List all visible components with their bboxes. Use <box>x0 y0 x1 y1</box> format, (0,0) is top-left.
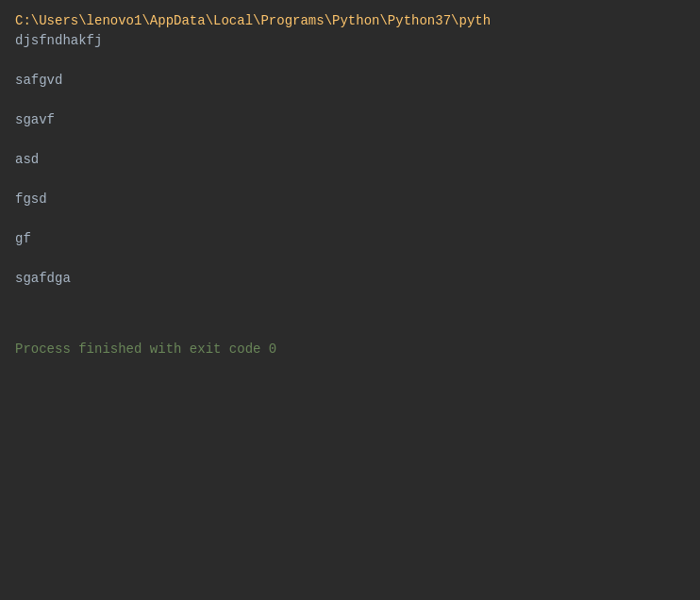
output-line-6: sgafdga <box>15 269 685 289</box>
empty-line-8 <box>15 308 685 328</box>
empty-line-3 <box>15 130 685 150</box>
output-line-4: fgsd <box>15 190 685 209</box>
empty-line-7 <box>15 289 685 308</box>
output-line-3: asd <box>15 150 685 170</box>
empty-line-1 <box>15 51 685 71</box>
output-line-1: safgvd <box>15 71 685 91</box>
output-line-2: sgavf <box>15 110 685 130</box>
output-line-5: gf <box>15 229 685 249</box>
empty-line-2 <box>15 91 685 110</box>
empty-line-4 <box>15 170 685 190</box>
path-line: C:\Users\lenovo1\AppData\Local\Programs\… <box>15 11 685 31</box>
process-line: Process finished with exit code 0 <box>15 340 685 359</box>
empty-line-6 <box>15 249 685 269</box>
second-line: djsfndhakfj <box>15 31 685 51</box>
terminal-window: C:\Users\lenovo1\AppData\Local\Programs\… <box>0 0 700 600</box>
empty-line-5 <box>15 209 685 229</box>
